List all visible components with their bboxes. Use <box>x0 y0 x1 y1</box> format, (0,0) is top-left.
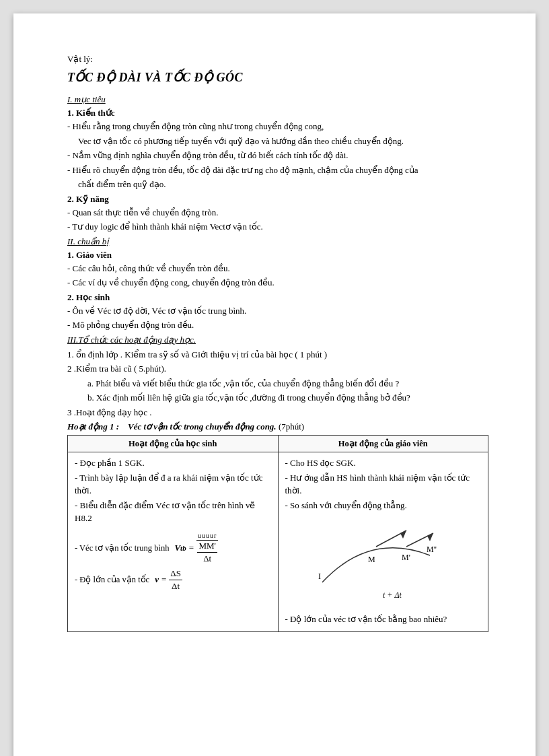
s2-s1-item1: - Các câu hỏi, công thức về chuyển tròn … <box>67 262 488 275</box>
formula1: Vtb = uuuur MM' Δt <box>174 532 218 564</box>
diagram-container: I M M' M'' t + Δt <box>285 518 482 606</box>
section1-heading: I. mục tiêu <box>67 94 488 105</box>
s1-item4: - Hiểu rõ chuyển động tròn đều, tốc độ đ… <box>67 164 488 177</box>
left-item2: - Trình bày lập luận để đ a ra khái niệm… <box>75 471 271 497</box>
formula2-label: - Độ lớn của vận tốc <box>75 574 149 585</box>
section1-sub2-label: 2. Kỹ năng <box>67 194 488 205</box>
formula1-b: tb <box>180 544 186 552</box>
page: Vật lý: TỐC ĐỘ DÀI VÀ TỐC ĐỘ GÓC I. mục … <box>13 13 536 756</box>
activity-table: Hoạt động của học sinh Hoạt động của giá… <box>67 435 488 632</box>
label-t-delta: t + Δt <box>383 590 402 600</box>
s1-item1: - Hiểu rằng trong chuyển động tròn cũng … <box>67 120 488 133</box>
formula2-v: v <box>155 574 159 585</box>
formula2-equals: = <box>161 574 166 585</box>
section2-sub1-label: 1. Giáo viên <box>67 250 488 261</box>
s3-item2b: b. Xác định mối liên hệ giữa gia tốc,vận… <box>87 391 488 405</box>
table-cell-left: - Đọc phần 1 SGK. - Trình bày lập luận đ… <box>68 452 279 632</box>
s3-item2: 2 .Kiểm tra bài cũ ( 5.phút). <box>67 362 488 376</box>
formula2-numerator: ΔS <box>169 568 182 580</box>
activity1-title: Véc tơ vận tốc trong chuyển động cong. <box>128 421 277 432</box>
formula2-denominator: Δt <box>170 580 181 592</box>
s1-s2-item2: - Tư duy logic để hình thành khái niệm V… <box>67 220 488 234</box>
s3-item1: 1. ổn định lớp . Kiểm tra sỹ số và Giới … <box>67 348 488 362</box>
formula1-numerator-top: uuuur <box>196 532 218 541</box>
table-col2-header: Hoạt động của giáo viên <box>278 436 488 452</box>
left-item3: - Biểu diễn đặc điểm Véc tơ vận tốc trên… <box>75 499 271 525</box>
velocity-diagram: I M M' M'' t + Δt <box>309 518 457 606</box>
formula1-container: - Véc tơ vận tốc trung bình Vtb = uuuur … <box>75 532 271 564</box>
s2-s2-item2: - Mô phỏng chuyển động tròn đều. <box>67 318 488 332</box>
s2-s2-item1: - Ôn về Véc tơ độ dời, Véc tơ vận tốc tr… <box>67 304 488 318</box>
s3-item2a: a. Phát biểu và viết biểu thức gia tốc ,… <box>87 377 488 390</box>
section2-heading: II. chuẩn bị <box>67 236 488 247</box>
activity1-header: Hoạt động 1 : Véc tơ vận tốc trong chuyể… <box>67 421 488 432</box>
label-I: I <box>318 572 321 581</box>
section1-sub1-label: 1. Kiến thức <box>67 108 488 118</box>
right-footer: - Độ lớn của véc tơ vận tốc bằng bao nhi… <box>285 613 482 626</box>
right-item2: - Hư ớng dẫn HS hình thành khái niệm vận… <box>285 471 482 497</box>
curve-path <box>322 548 430 582</box>
s1-item2: Vec tơ vận tốc có phương tiếp tuyến với … <box>78 135 488 148</box>
right-item1: - Cho HS đọc SGK. <box>285 456 482 470</box>
label-M: M <box>368 555 375 564</box>
label-M-double-prime: M'' <box>427 545 437 554</box>
section2-sub2-label: 2. Học sinh <box>67 292 488 303</box>
formula2: v = ΔS Δt <box>155 568 182 592</box>
formula1-label: - Véc tơ vận tốc trung bình <box>75 543 169 553</box>
activity1-label: Hoạt động 1 : <box>67 421 119 432</box>
right-item3: - So sánh với chuyển động thẳng. <box>285 499 482 512</box>
s2-s1-item2: - Các ví dụ về chuyển động cong, chuyển … <box>67 276 488 289</box>
s1-item5: chất điểm trên quỹ đạo. <box>78 178 488 191</box>
activity1-time: (7phút) <box>279 421 304 432</box>
formula2-container: - Độ lớn của vận tốc v = ΔS Δt <box>75 568 271 592</box>
subject-label: Vật lý: <box>67 54 488 65</box>
formula1-denominator: Δt <box>202 553 213 564</box>
left-item1: - Đọc phần 1 SGK. <box>75 456 271 470</box>
formula1-fraction: uuuur MM' Δt <box>196 532 218 564</box>
table-cell-right: - Cho HS đọc SGK. - Hư ớng dẫn HS hình t… <box>278 452 488 632</box>
formula1-numerator-bot: MM' <box>197 541 217 553</box>
section3-heading: III.Tổ chức các hoạt động dạy học. <box>67 335 488 345</box>
formula1-equals: = <box>189 543 194 553</box>
formula1-V: V <box>174 543 180 553</box>
formula2-fraction: ΔS Δt <box>169 568 182 592</box>
s1-s2-item1: - Quan sát thực tiễn về chuyển động tròn… <box>67 206 488 219</box>
main-title: TỐC ĐỘ DÀI VÀ TỐC ĐỘ GÓC <box>67 70 488 85</box>
s1-item3: - Nắm vững định nghĩa chuyển động tròn đ… <box>67 149 488 162</box>
s3-item3: 3 .Hoạt động dạy học . <box>67 406 488 419</box>
table-col1-header: Hoạt động của học sinh <box>68 436 279 452</box>
label-M-prime: M' <box>402 553 410 562</box>
